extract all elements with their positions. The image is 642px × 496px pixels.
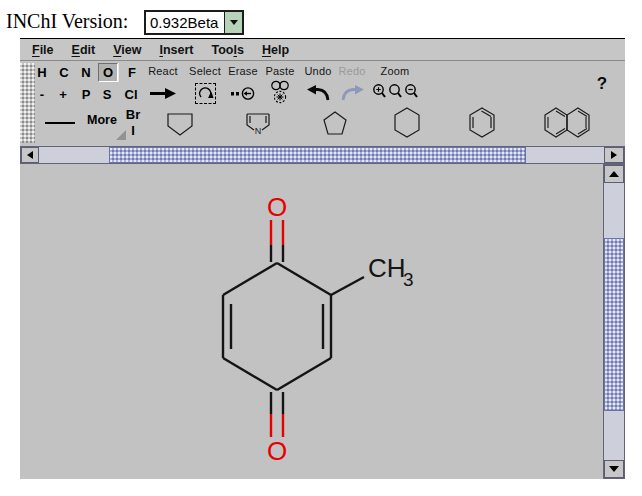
toolbar-drag-handle[interactable] xyxy=(20,63,35,143)
menu-insert[interactable]: Insert xyxy=(150,40,202,60)
template-benzene-button[interactable] xyxy=(468,107,496,142)
menu-help[interactable]: Help xyxy=(253,40,298,60)
scroll-down-button[interactable] xyxy=(604,460,624,478)
more-expand-triangle-icon xyxy=(116,130,126,140)
vertical-scroll-thumb[interactable] xyxy=(604,238,624,411)
scroll-right-button[interactable] xyxy=(604,147,624,163)
element-h-button[interactable]: H xyxy=(34,65,50,80)
carbonyl-top-bond[interactable] xyxy=(271,220,283,262)
menu-tools[interactable]: Tools xyxy=(203,40,253,60)
template-cyclopentane-up-button[interactable] xyxy=(323,111,347,140)
arrow-right-icon xyxy=(611,151,617,159)
element-br-button[interactable]: Br xyxy=(122,107,144,122)
toolbar: H C N O F - + P S Cl Br I React Select E… xyxy=(20,61,625,146)
zoom-tools[interactable]: Zoom xyxy=(372,65,418,105)
scroll-left-button[interactable] xyxy=(21,147,39,163)
zoom-out-icon[interactable] xyxy=(404,83,418,103)
more-button[interactable]: More xyxy=(82,113,122,127)
menu-file[interactable]: File xyxy=(23,40,63,60)
menu-bar: File Edit View Insert Tools Help xyxy=(20,39,625,61)
drawing-canvas[interactable]: O O CH 3 xyxy=(20,164,603,479)
template-cyclohexane-button[interactable] xyxy=(393,107,421,142)
molecule-structure[interactable]: O O CH 3 xyxy=(20,164,603,479)
element-f-button[interactable]: F xyxy=(124,65,140,80)
arrow-up-icon xyxy=(609,171,619,177)
methyl-subscript[interactable]: 3 xyxy=(403,269,414,290)
react-arrow-icon xyxy=(140,81,186,105)
redo-arrow-icon xyxy=(329,81,375,105)
menu-edit[interactable]: Edit xyxy=(63,40,105,60)
template-cyclopentane-button[interactable] xyxy=(165,109,195,141)
arrow-down-icon xyxy=(609,466,619,472)
charge-plus-button[interactable]: + xyxy=(55,87,71,102)
oxygen-top-label[interactable]: O xyxy=(267,192,287,222)
zoom-in-icon[interactable] xyxy=(372,83,386,103)
react-button[interactable]: React xyxy=(140,65,186,105)
element-cl-button[interactable]: Cl xyxy=(120,87,142,102)
pyrrole-n-label: N xyxy=(255,126,262,136)
inchi-version-select[interactable]: 0.932Beta xyxy=(144,10,244,35)
inchi-version-value: 0.932Beta xyxy=(146,14,224,31)
arrow-left-icon xyxy=(27,151,33,159)
charge-minus-button[interactable]: - xyxy=(34,87,50,102)
template-pyrrole-button[interactable]: N xyxy=(244,109,272,141)
redo-button[interactable]: Redo xyxy=(329,65,375,105)
carbonyl-bottom-bond[interactable] xyxy=(271,392,283,437)
element-p-button[interactable]: P xyxy=(78,87,94,102)
inchi-version-label: INChI Version: xyxy=(6,10,128,33)
element-o-button-selected[interactable]: O xyxy=(98,63,118,82)
combo-dropdown-button[interactable] xyxy=(224,12,242,33)
zoom-reset-icon[interactable] xyxy=(388,83,402,103)
horizontal-scroll-thumb[interactable] xyxy=(109,147,526,163)
menu-view[interactable]: View xyxy=(104,40,150,60)
vertical-scrollbar[interactable] xyxy=(603,164,625,479)
horizontal-scrollbar[interactable] xyxy=(20,146,625,164)
editor-applet: File Edit View Insert Tools Help H C N O… xyxy=(20,38,625,478)
chevron-down-icon xyxy=(230,20,238,25)
scroll-up-button[interactable] xyxy=(604,165,624,183)
methyl-label[interactable]: CH xyxy=(368,253,406,283)
single-bond-button[interactable] xyxy=(45,122,75,124)
help-button[interactable]: ? xyxy=(590,74,614,94)
oxygen-bottom-label[interactable]: O xyxy=(267,436,287,466)
element-s-button[interactable]: S xyxy=(99,87,115,102)
element-c-button[interactable]: C xyxy=(56,65,72,80)
element-n-button[interactable]: N xyxy=(78,65,94,80)
ring-bonds[interactable] xyxy=(223,263,364,390)
template-naphthalene-button[interactable] xyxy=(543,107,591,142)
